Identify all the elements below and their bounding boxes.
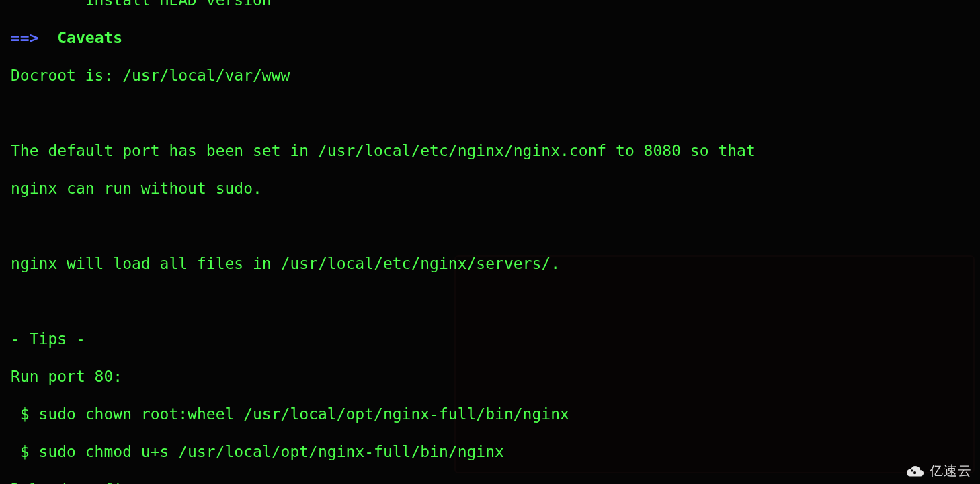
terminal-line: $ sudo chown root:wheel /usr/local/opt/n… <box>11 405 980 424</box>
terminal-line <box>11 104 980 122</box>
terminal-line: nginx can run without sudo. <box>11 179 980 198</box>
terminal-text: ==> <box>11 29 48 46</box>
terminal-output[interactable]: Install HEAD version ==> Caveats Docroot… <box>0 0 980 484</box>
terminal-text: nginx will load all files in /usr/local/… <box>11 255 560 272</box>
terminal-text: Docroot is: /usr/local/var/www <box>11 67 290 84</box>
terminal-line <box>11 216 980 235</box>
terminal-text: Install HEAD version <box>11 0 272 9</box>
terminal-text: $ sudo chmod u+s /usr/local/opt/nginx-fu… <box>11 443 504 460</box>
terminal-line: nginx will load all files in /usr/local/… <box>11 254 980 273</box>
terminal-line: The default port has been set in /usr/lo… <box>11 141 980 160</box>
terminal-line: Run port 80: <box>11 367 980 386</box>
terminal-text: nginx can run without sudo. <box>11 179 262 197</box>
terminal-line: $ sudo chmod u+s /usr/local/opt/nginx-fu… <box>11 442 980 461</box>
terminal-text: Reload config: <box>11 481 141 484</box>
terminal-text <box>11 217 20 235</box>
terminal-text: The default port has been set in /usr/lo… <box>11 142 756 159</box>
terminal-line: Install HEAD version <box>11 0 980 9</box>
terminal-line: - Tips - <box>11 329 980 348</box>
terminal-text: Caveats <box>48 29 122 46</box>
terminal-text: - Tips - <box>11 330 85 348</box>
terminal-text <box>11 292 20 310</box>
terminal-line <box>11 292 980 311</box>
terminal-line: Docroot is: /usr/local/var/www <box>11 66 980 85</box>
terminal-text: $ sudo chown root:wheel /usr/local/opt/n… <box>11 405 569 423</box>
terminal-line: ==> Caveats <box>11 28 980 47</box>
terminal-text <box>11 104 20 122</box>
terminal-line: Reload config: <box>11 480 980 484</box>
terminal-text: Run port 80: <box>11 368 122 385</box>
